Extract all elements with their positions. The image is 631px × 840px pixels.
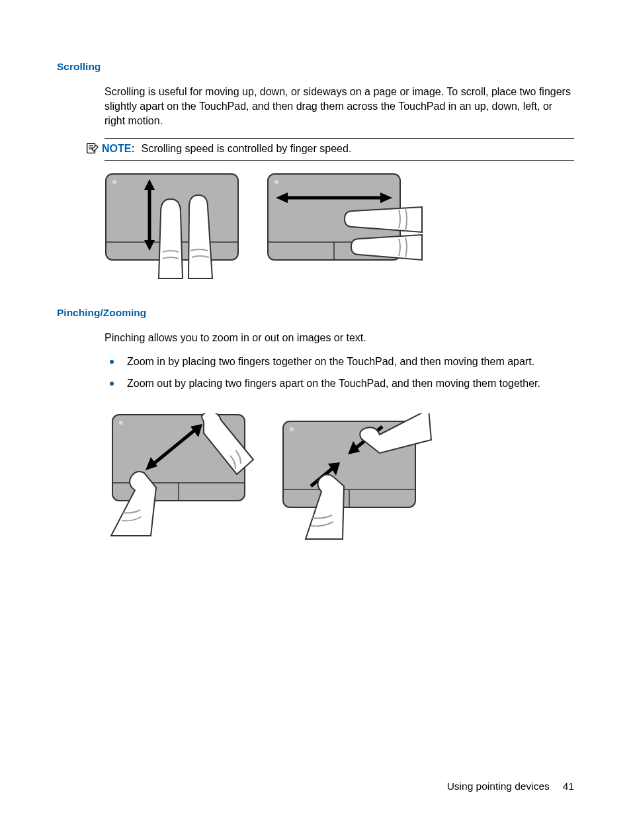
illustration-row-pinching [105,413,574,542]
illustration-zoom-in [105,413,257,542]
footer-page-number: 41 [563,779,574,794]
illustration-zoom-out [270,413,435,542]
bullet-list: Zoom in by placing two fingers together … [105,355,574,391]
heading-pinching: Pinching/Zooming [57,306,574,320]
paragraph-pinching: Pinching allows you to zoom in or out on… [105,331,574,345]
svg-point-21 [119,421,123,425]
page-footer: Using pointing devices 41 [447,779,574,794]
illustration-scroll-vertical [105,173,253,282]
svg-point-14 [274,180,278,184]
heading-scrolling: Scrolling [57,60,574,74]
note-icon [85,142,98,155]
footer-section-title: Using pointing devices [447,779,550,794]
svg-point-7 [112,180,116,184]
document-page: Scrolling Scrolling is useful for moving… [0,0,631,840]
list-item: Zoom in by placing two fingers together … [105,355,574,369]
bullet-text: Zoom out by placing two fingers apart on… [127,376,540,391]
illustration-scroll-horizontal [267,173,425,282]
illustration-row-scrolling [105,173,574,282]
note-callout: NOTE:Scrolling speed is controlled by fi… [105,138,574,161]
note-label: NOTE: [102,143,135,154]
bullet-icon [110,360,114,364]
bullet-text: Zoom in by placing two fingers together … [127,355,534,369]
svg-point-28 [290,427,294,431]
bullet-icon [110,382,114,386]
paragraph-scrolling: Scrolling is useful for moving up, down,… [105,85,574,129]
list-item: Zoom out by placing two fingers apart on… [105,376,574,391]
note-text: Scrolling speed is controlled by finger … [142,143,352,154]
